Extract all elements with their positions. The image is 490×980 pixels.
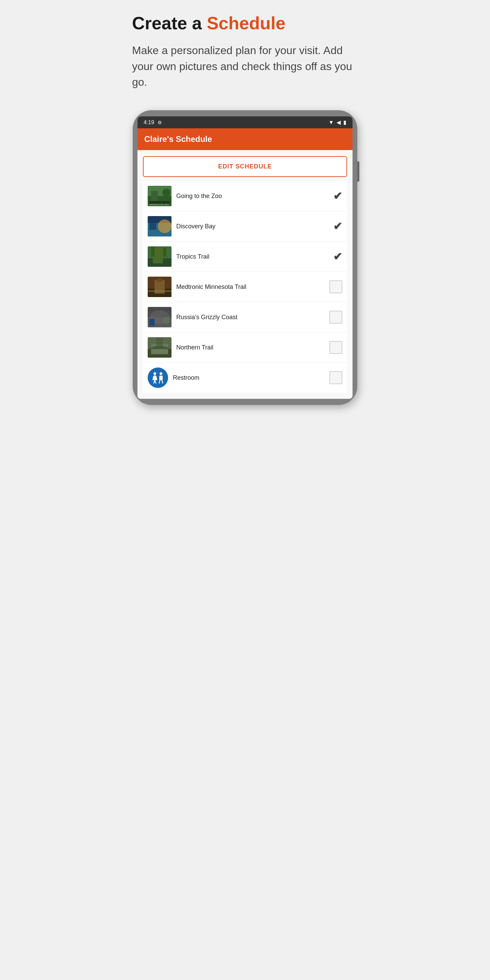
battery-icon: ▮ <box>343 119 347 126</box>
item-thumbnail-northern <box>148 337 172 358</box>
page-header: Create a Schedule Make a personalized pl… <box>132 14 358 90</box>
svg-rect-34 <box>159 375 163 380</box>
svg-point-3 <box>162 189 170 197</box>
signal-icon: ◀ <box>337 119 340 126</box>
edit-schedule-button[interactable]: EDIT SCHEDULE <box>143 156 347 177</box>
svg-rect-19 <box>148 290 172 292</box>
svg-point-24 <box>163 317 170 324</box>
list-item: Restroom <box>143 363 347 393</box>
checkbox-grizzly[interactable] <box>329 311 342 324</box>
svg-line-35 <box>159 380 160 383</box>
restroom-icon <box>150 370 165 385</box>
svg-rect-23 <box>150 319 154 326</box>
phone-screen: 4:19 ⚙ ▼ ◀ ▮ Claire's Schedule EDIT SCHE… <box>137 116 353 399</box>
minnesota-thumb-art <box>148 277 172 297</box>
list-item: MINNESOTA ZOO Going to the Zoo ✔ <box>143 181 347 211</box>
phone-mockup: 4:19 ⚙ ▼ ◀ ▮ Claire's Schedule EDIT SCHE… <box>133 110 357 405</box>
checkbox-restroom[interactable] <box>329 371 342 384</box>
tropics-thumb-art <box>148 247 172 267</box>
item-thumbnail-discovery <box>148 216 172 237</box>
item-thumbnail-tropics <box>148 247 172 267</box>
item-thumbnail-minnesota <box>148 277 172 297</box>
settings-icon: ⚙ <box>158 120 162 125</box>
grizzly-thumb-art <box>148 307 172 327</box>
app-bar: Claire's Schedule <box>137 128 353 150</box>
svg-rect-28 <box>156 337 163 349</box>
item-thumbnail-zoo: MINNESOTA ZOO <box>148 186 172 206</box>
checkmark-discovery: ✔ <box>333 221 342 232</box>
svg-rect-2 <box>151 191 158 201</box>
svg-rect-14 <box>163 248 166 256</box>
item-label-zoo: Going to the Zoo <box>176 192 328 200</box>
svg-line-36 <box>162 380 163 383</box>
svg-rect-9 <box>150 216 156 230</box>
zoo-thumb-art: MINNESOTA ZOO <box>148 186 172 206</box>
content-area: EDIT SCHEDULE MINNESOTA ZOO <box>137 150 353 399</box>
svg-point-33 <box>159 372 162 375</box>
checkmark-tropics: ✔ <box>333 251 342 262</box>
status-bar: 4:19 ⚙ ▼ ◀ ▮ <box>137 116 353 128</box>
title-highlight: Schedule <box>207 13 285 33</box>
item-label-tropics: Tropics Trail <box>176 253 328 260</box>
list-item: Medtronic Minnesota Trail <box>143 272 347 302</box>
page-title: Create a Schedule <box>132 14 358 33</box>
item-label-grizzly: Russia’s Grizzly Coast <box>176 314 325 321</box>
checkbox-minnesota[interactable] <box>329 280 342 293</box>
item-thumbnail-grizzly <box>148 307 172 327</box>
list-item: Russia’s Grizzly Coast <box>143 302 347 332</box>
item-label-discovery: Discovery Bay <box>176 223 328 230</box>
status-right: ▼ ◀ ▮ <box>328 119 347 126</box>
discovery-thumb-art <box>148 216 172 237</box>
svg-point-29 <box>153 372 156 375</box>
item-thumbnail-restroom <box>148 368 168 388</box>
list-item: Northern Trail <box>143 332 347 363</box>
status-time: 4:19 <box>143 119 154 126</box>
title-prefix: Create a <box>132 13 207 33</box>
list-item: Tropics Trail ✔ <box>143 242 347 272</box>
checkbox-northern[interactable] <box>329 341 342 354</box>
schedule-list: MINNESOTA ZOO Going to the Zoo ✔ <box>143 181 347 393</box>
wifi-icon: ▼ <box>328 119 334 126</box>
list-item: Discovery Bay ✔ <box>143 211 347 242</box>
status-left: 4:19 ⚙ <box>143 119 162 126</box>
checkmark-zoo: ✔ <box>333 191 342 202</box>
northern-thumb-art <box>148 337 172 358</box>
item-label-minnesota: Medtronic Minnesota Trail <box>176 283 325 291</box>
svg-text:MINNESOTA ZOO: MINNESOTA ZOO <box>150 204 169 206</box>
svg-line-32 <box>155 380 156 383</box>
svg-rect-13 <box>151 247 154 256</box>
phone-container: 4:19 ⚙ ▼ ◀ ▮ Claire's Schedule EDIT SCHE… <box>132 110 358 405</box>
item-label-northern: Northern Trail <box>176 344 325 351</box>
page-description: Make a personalized plan for your visit.… <box>132 43 358 90</box>
phone-side-button <box>357 161 360 182</box>
item-label-restroom: Restroom <box>173 374 325 382</box>
app-bar-title: Claire's Schedule <box>144 134 212 143</box>
svg-point-8 <box>158 220 172 233</box>
svg-rect-18 <box>157 278 162 282</box>
